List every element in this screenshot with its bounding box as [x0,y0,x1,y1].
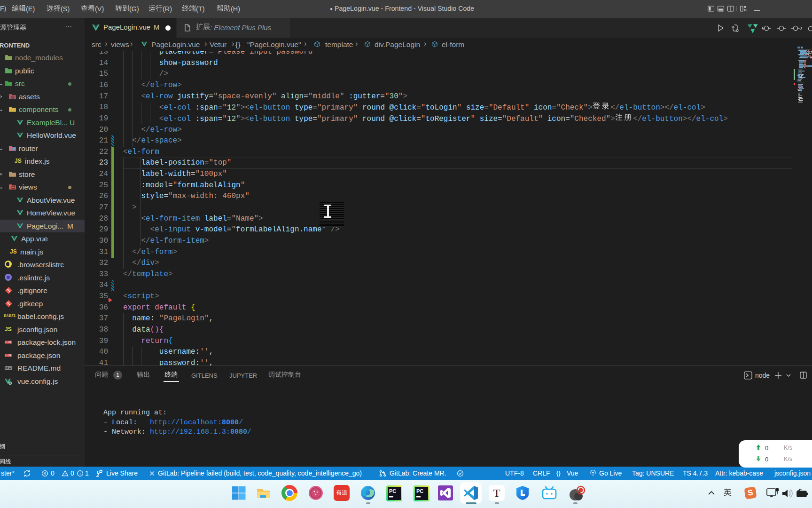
svg-text:PC: PC [416,488,423,494]
svg-text:PC: PC [389,488,396,494]
